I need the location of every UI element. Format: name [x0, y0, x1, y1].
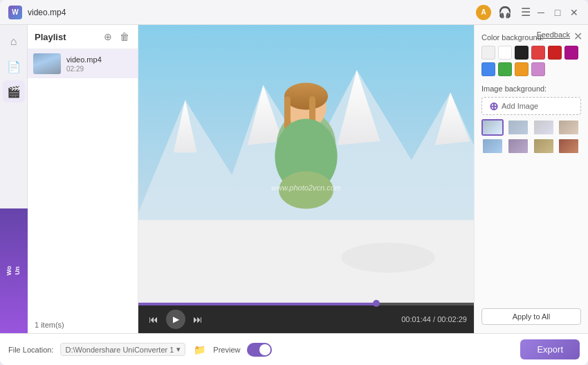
color-grid — [481, 46, 581, 76]
folder-button[interactable]: 📁 — [192, 343, 206, 357]
playlist-item-name: video.mp4 — [66, 55, 132, 64]
playlist-item[interactable]: video.mp4 02:29 — [28, 49, 138, 78]
add-image-button[interactable]: ⊕ Add Image — [481, 97, 581, 115]
maximize-button[interactable]: □ — [552, 7, 563, 18]
color-swatch-5[interactable] — [564, 46, 578, 60]
playlist-item-info: video.mp4 02:29 — [66, 55, 132, 73]
bg-image-1[interactable] — [507, 119, 529, 136]
file-location-value: D:\Wondershare UniConverter 1 — [65, 346, 174, 354]
playlist-title: Playlist — [35, 32, 66, 42]
sidebar: ⌂ 📄 🎬 WoUn — [0, 25, 28, 333]
dropdown-arrow[interactable]: ▾ — [176, 345, 181, 354]
preview-toggle[interactable] — [247, 343, 272, 357]
next-button[interactable]: ⏭ — [190, 311, 206, 328]
progress-bar[interactable] — [138, 303, 474, 305]
prev-button[interactable]: ⏮ — [145, 311, 162, 328]
image-bg-section: Image background: ⊕ Add Image — [481, 84, 581, 154]
toggle-handle — [259, 344, 270, 355]
color-bg-section: Color background: — [481, 33, 581, 76]
titlebar-right-icons: A 🎧 ☰ — [476, 5, 533, 20]
playlist-count: 1 item(s) — [28, 317, 138, 333]
playlist-actions: ⊕ 🗑 — [102, 30, 131, 43]
color-swatch-3[interactable] — [531, 46, 545, 60]
playlist-panel: Playlist ⊕ 🗑 video.mp4 02:29 1 item(s) — [28, 25, 138, 333]
playlist-item-duration: 02:29 — [66, 65, 132, 73]
color-swatch-0[interactable] — [481, 46, 495, 60]
playlist-header: Playlist ⊕ 🗑 — [28, 25, 138, 49]
video-container: www.photo2vcn.com — [138, 25, 474, 303]
player-controls: ⏮ ▶ ⏭ 00:01:44 / 00:02:29 — [138, 305, 474, 333]
window-controls: ─ □ ✕ — [535, 7, 580, 18]
close-button[interactable]: ✕ — [569, 7, 580, 18]
svg-point-7 — [341, 242, 434, 272]
headset-icon[interactable]: 🎧 — [498, 6, 512, 19]
time-display: 00:01:44 / 00:02:29 — [401, 315, 467, 323]
progress-fill — [138, 303, 376, 305]
svg-point-10 — [284, 82, 328, 109]
playlist-thumb-image — [33, 53, 61, 74]
apply-all-button[interactable]: Apply to All — [481, 308, 581, 325]
preview-label: Preview — [213, 346, 240, 354]
app-icon: W — [8, 6, 22, 19]
video-background: www.photo2vcn.com — [138, 25, 474, 303]
play-button[interactable]: ▶ — [166, 310, 185, 329]
right-panel-close-button[interactable]: ✕ — [573, 30, 582, 43]
menu-icon[interactable]: ☰ — [519, 6, 533, 19]
add-image-label: Add Image — [502, 102, 538, 110]
bg-image-grid — [481, 119, 581, 154]
bg-image-2[interactable] — [533, 119, 555, 136]
bg-image-4[interactable] — [481, 138, 504, 154]
playlist-delete-button[interactable]: 🗑 — [118, 30, 131, 43]
bottom-bar: File Location: D:\Wondershare UniConvert… — [0, 333, 588, 365]
bg-image-3[interactable] — [558, 119, 580, 136]
bg-image-7[interactable] — [558, 138, 580, 154]
sidebar-item-home[interactable]: ⌂ — [3, 30, 25, 53]
playlist-add-button[interactable]: ⊕ — [102, 30, 114, 43]
window-title: video.mp4 — [28, 8, 476, 17]
export-button[interactable]: Export — [520, 339, 580, 359]
image-bg-label: Image background: — [481, 84, 581, 93]
color-swatch-8[interactable] — [515, 62, 529, 76]
color-swatch-1[interactable] — [498, 46, 512, 60]
file-location-input[interactable]: D:\Wondershare UniConverter 1 ▾ — [60, 343, 185, 356]
total-time: 00:02:29 — [437, 315, 467, 323]
color-swatch-4[interactable] — [548, 46, 562, 60]
user-avatar-icon[interactable]: A — [476, 5, 491, 20]
feedback-link[interactable]: Feedback — [537, 30, 570, 39]
mountain-svg — [138, 25, 474, 303]
color-swatch-7[interactable] — [498, 62, 512, 76]
progress-handle[interactable] — [373, 300, 380, 307]
video-watermark: www.photo2vcn.com — [271, 184, 341, 192]
current-time: 00:01:44 — [401, 315, 431, 323]
add-image-icon: ⊕ — [488, 100, 499, 112]
control-buttons: ⏮ ▶ ⏭ — [145, 310, 206, 329]
color-swatch-9[interactable] — [531, 62, 545, 76]
bg-image-6[interactable] — [533, 138, 555, 154]
bg-image-5[interactable] — [507, 138, 529, 154]
minimize-button[interactable]: ─ — [535, 7, 546, 18]
file-location-label: File Location: — [8, 346, 53, 354]
bg-image-0[interactable] — [481, 119, 504, 136]
main-area: ⌂ 📄 🎬 WoUn Playlist ⊕ 🗑 — [0, 25, 588, 333]
app-window: W video.mp4 A 🎧 ☰ ─ □ ✕ Feedback ✕ ⌂ 📄 🎬… — [0, 0, 588, 365]
sidebar-item-files[interactable]: 📄 — [3, 55, 25, 78]
right-panel: Color background: Image background: — [474, 25, 588, 333]
playlist-thumbnail — [33, 53, 61, 74]
color-swatch-6[interactable] — [481, 62, 495, 76]
promo-card[interactable]: WoUn — [0, 208, 28, 333]
color-swatch-2[interactable] — [515, 46, 529, 60]
sidebar-item-convert[interactable]: 🎬 — [3, 80, 25, 103]
video-area: www.photo2vcn.com ⏮ ▶ ⏭ 00:01:44 / 00:02 — [138, 25, 474, 333]
titlebar: W video.mp4 A 🎧 ☰ ─ □ ✕ — [0, 0, 588, 25]
